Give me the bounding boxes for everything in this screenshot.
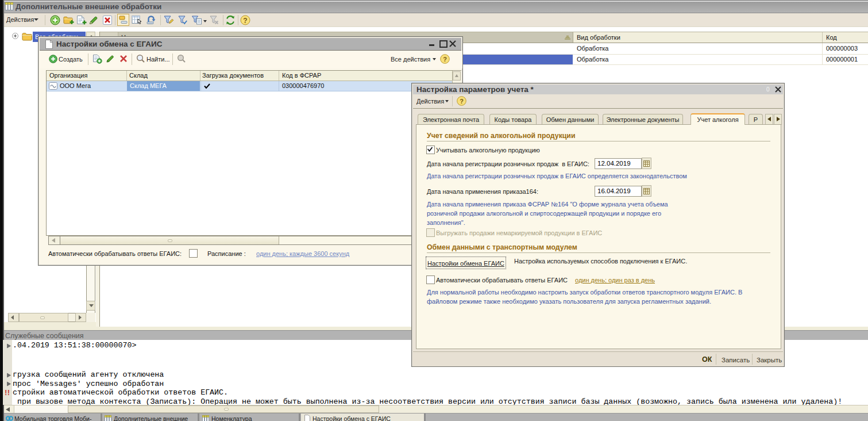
svg-text:?: ?: [443, 56, 447, 63]
svg-text:?: ?: [243, 17, 247, 25]
svg-text:?: ?: [460, 98, 464, 105]
